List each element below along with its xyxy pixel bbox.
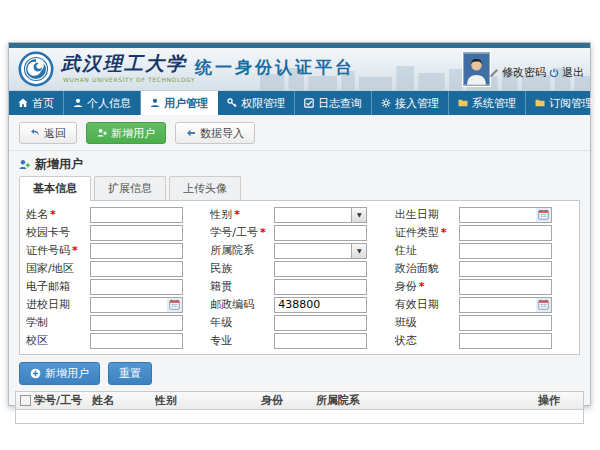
- logout-link[interactable]: 退出: [549, 65, 584, 80]
- submit-label: 新增用户: [45, 366, 89, 381]
- campus-card-input[interactable]: [90, 225, 183, 241]
- change-password-label: 修改密码: [502, 65, 546, 80]
- field-label: 身份: [395, 279, 417, 294]
- gender-field: 性别* ▼: [210, 206, 388, 223]
- political-status-input[interactable]: [459, 261, 552, 277]
- department-field: 所属院系 ▼: [210, 242, 388, 259]
- class-field: 班级: [395, 314, 573, 331]
- university-name-cn: 武汉理工大学: [61, 51, 187, 77]
- field-label: 学号/工号: [210, 225, 258, 240]
- class-input[interactable]: [459, 315, 552, 331]
- toolbar: 返回 新增用户 数据导入: [9, 115, 590, 150]
- country-input[interactable]: [90, 261, 183, 277]
- nav-item-system-management[interactable]: 系统管理: [449, 91, 526, 115]
- user-icon: [73, 98, 83, 108]
- chevron-down-icon: ▼: [351, 208, 366, 222]
- id-number-input[interactable]: [90, 243, 183, 259]
- ethnicity-input[interactable]: [274, 261, 367, 277]
- nav-label: 权限管理: [241, 96, 285, 111]
- postal-code-field: 邮政编码: [210, 296, 388, 313]
- nav-item-permission-management[interactable]: 权限管理: [218, 91, 295, 115]
- nav-label: 订阅管理: [549, 96, 593, 111]
- calendar-icon[interactable]: [536, 298, 551, 312]
- valid-date-field: 有效日期: [395, 296, 573, 313]
- birth-date-field: 出生日期: [395, 206, 573, 223]
- required-marker: *: [441, 226, 447, 239]
- nav-label: 首页: [32, 96, 54, 111]
- nav-item-user-management[interactable]: 用户管理: [141, 91, 218, 115]
- major-input[interactable]: [274, 333, 367, 349]
- enroll-date-field: 进校日期: [26, 296, 204, 313]
- col-actions: 操作: [538, 393, 583, 408]
- submit-add-user-button[interactable]: 新增用户: [19, 362, 100, 385]
- education-length-field: 学制: [26, 314, 204, 331]
- native-place-field: 籍贯: [210, 278, 388, 295]
- required-marker: *: [234, 208, 240, 221]
- grade-input[interactable]: [274, 315, 367, 331]
- section-header: 新增用户: [9, 150, 590, 176]
- add-user-label: 新增用户: [111, 126, 155, 141]
- department-select[interactable]: ▼: [274, 243, 367, 259]
- field-label: 证件类型: [395, 225, 439, 240]
- back-button[interactable]: 返回: [19, 122, 77, 144]
- header: 武汉理工大学 WUHAN UNIVERSITY OF TECHNOLOGY 统一…: [9, 48, 590, 91]
- tab-bar: 基本信息 扩展信息 上传头像: [9, 176, 590, 200]
- required-marker: *: [72, 244, 78, 257]
- campus-input[interactable]: [90, 333, 183, 349]
- folder-icon: [535, 98, 545, 108]
- tab-basic-info[interactable]: 基本信息: [19, 176, 91, 201]
- add-user-toolbar-button[interactable]: 新增用户: [86, 122, 166, 144]
- nav-item-home[interactable]: 首页: [9, 91, 64, 115]
- main-nav: 首页 个人信息 用户管理 权限管理 日志查询 接入管理 系统管理 订阅管理: [9, 91, 590, 115]
- field-label: 民族: [210, 261, 232, 276]
- user-avatar[interactable]: [463, 52, 490, 86]
- field-label: 出生日期: [395, 207, 439, 222]
- reset-button[interactable]: 重置: [108, 362, 152, 385]
- field-label: 住址: [395, 243, 417, 258]
- plus-circle-icon: [30, 368, 41, 379]
- nav-item-log-query[interactable]: 日志查询: [295, 91, 372, 115]
- col-name: 姓名: [92, 393, 155, 408]
- gender-select[interactable]: ▼: [274, 207, 367, 223]
- change-password-link[interactable]: 修改密码: [489, 65, 546, 80]
- education-length-input[interactable]: [90, 315, 183, 331]
- nav-item-profile[interactable]: 个人信息: [64, 91, 141, 115]
- student-id-input[interactable]: [274, 225, 367, 241]
- field-label: 有效日期: [395, 297, 439, 312]
- key-icon: [227, 98, 237, 108]
- country-field: 国家/地区: [26, 260, 204, 277]
- required-marker: *: [50, 208, 56, 221]
- tab-extended-info[interactable]: 扩展信息: [94, 176, 166, 200]
- field-label: 年级: [210, 315, 232, 330]
- campus-card-field: 校园卡号: [26, 224, 204, 241]
- id-type-input[interactable]: [459, 225, 552, 241]
- app-window: 武汉理工大学 WUHAN UNIVERSITY OF TECHNOLOGY 统一…: [8, 42, 591, 406]
- platform-title: 统一身份认证平台: [195, 56, 355, 79]
- gear-icon: [381, 98, 391, 108]
- section-title: 新增用户: [35, 156, 83, 173]
- field-label: 状态: [395, 333, 417, 348]
- email-input[interactable]: [90, 279, 183, 295]
- field-label: 校园卡号: [26, 225, 70, 240]
- nav-item-access-management[interactable]: 接入管理: [372, 91, 449, 115]
- calendar-icon[interactable]: [536, 208, 551, 222]
- address-field: 住址: [395, 242, 573, 259]
- address-input[interactable]: [459, 243, 552, 259]
- field-label: 校区: [26, 333, 48, 348]
- col-student-id: 学号/工号: [34, 393, 92, 408]
- select-all-checkbox[interactable]: [20, 395, 31, 406]
- empty-table-row: [16, 410, 583, 423]
- native-place-input[interactable]: [274, 279, 367, 295]
- postal-code-input[interactable]: [274, 297, 367, 313]
- status-input[interactable]: [459, 333, 552, 349]
- data-import-button[interactable]: 数据导入: [175, 122, 255, 144]
- name-input[interactable]: [90, 207, 183, 223]
- university-logo: [18, 51, 54, 87]
- nav-label: 个人信息: [87, 96, 131, 111]
- calendar-icon[interactable]: [167, 298, 182, 312]
- nav-item-subscription-management[interactable]: 订阅管理: [526, 91, 600, 115]
- logout-label: 退出: [562, 65, 584, 80]
- identity-input[interactable]: [459, 279, 552, 295]
- field-label: 专业: [210, 333, 232, 348]
- tab-upload-avatar[interactable]: 上传头像: [169, 176, 241, 200]
